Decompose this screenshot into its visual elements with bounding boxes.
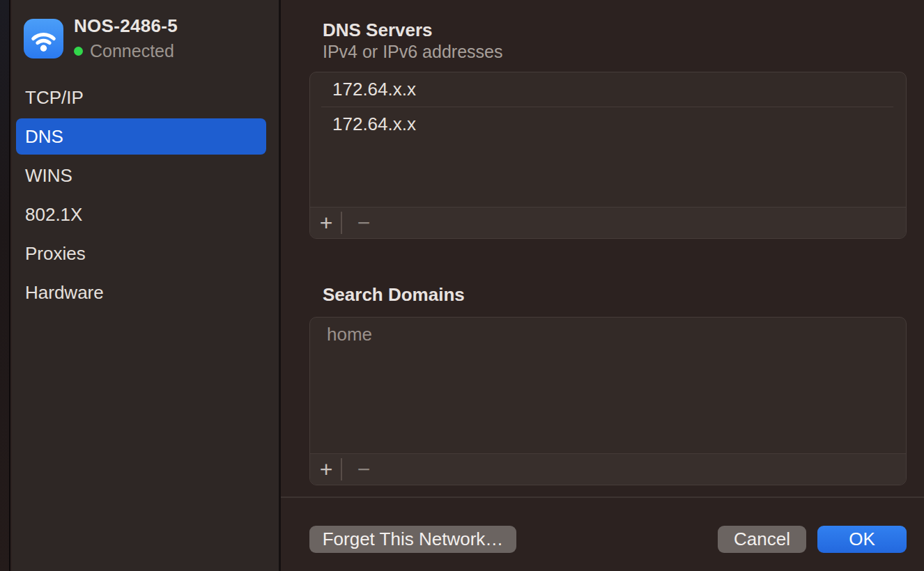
toolbar-separator xyxy=(341,212,342,234)
sidebar-item-8021x[interactable]: 802.1X xyxy=(16,196,266,233)
sidebar-item-dns[interactable]: DNS xyxy=(16,118,266,155)
forget-network-button[interactable]: Forget This Network… xyxy=(309,526,516,553)
dns-servers-list: 172.64.x.x 172.64.x.x + − xyxy=(309,72,907,239)
sidebar-nav: TCP/IP DNS WINS 802.1X Proxies Hardware xyxy=(12,79,279,311)
ok-button[interactable]: OK xyxy=(817,526,907,553)
toolbar-separator xyxy=(341,458,342,480)
footer-divider xyxy=(281,496,924,498)
dns-server-entry[interactable]: 172.64.x.x xyxy=(310,107,906,141)
connected-status-dot xyxy=(74,47,83,56)
sidebar: NOS-2486-5 Connected TCP/IP DNS WINS 802… xyxy=(12,0,281,571)
window-edge xyxy=(0,0,10,571)
wifi-icon xyxy=(24,19,63,58)
connected-status-label: Connected xyxy=(90,41,174,61)
search-domains-title: Search Domains xyxy=(323,284,465,306)
network-header: NOS-2486-5 Connected xyxy=(12,0,279,61)
network-meta: NOS-2486-5 Connected xyxy=(74,15,178,61)
cancel-button[interactable]: Cancel xyxy=(718,526,806,553)
network-status: Connected xyxy=(74,41,178,61)
sidebar-item-hardware[interactable]: Hardware xyxy=(16,274,266,311)
dns-servers-list-toolbar: + − xyxy=(310,207,906,238)
remove-dns-server-button[interactable]: − xyxy=(348,212,380,234)
sidebar-item-tcpip[interactable]: TCP/IP xyxy=(16,79,266,116)
dns-settings-pane: DNS Servers IPv4 or IPv6 addresses 172.6… xyxy=(281,0,924,571)
add-search-domain-button[interactable]: + xyxy=(311,458,341,480)
search-domains-list-toolbar: + − xyxy=(310,453,906,485)
search-domain-entry[interactable]: home xyxy=(310,318,906,352)
remove-search-domain-button[interactable]: − xyxy=(348,458,380,480)
sidebar-item-proxies[interactable]: Proxies xyxy=(16,235,266,272)
dns-servers-title: DNS Servers xyxy=(323,19,433,41)
dns-server-entry[interactable]: 172.64.x.x xyxy=(310,72,906,107)
wifi-network-details-window: NOS-2486-5 Connected TCP/IP DNS WINS 802… xyxy=(0,0,924,571)
add-dns-server-button[interactable]: + xyxy=(311,212,341,234)
search-domains-list: home + − xyxy=(309,317,907,485)
sidebar-item-wins[interactable]: WINS xyxy=(16,157,266,194)
dns-servers-subtitle: IPv4 or IPv6 addresses xyxy=(323,42,502,62)
network-name: NOS-2486-5 xyxy=(74,15,178,37)
